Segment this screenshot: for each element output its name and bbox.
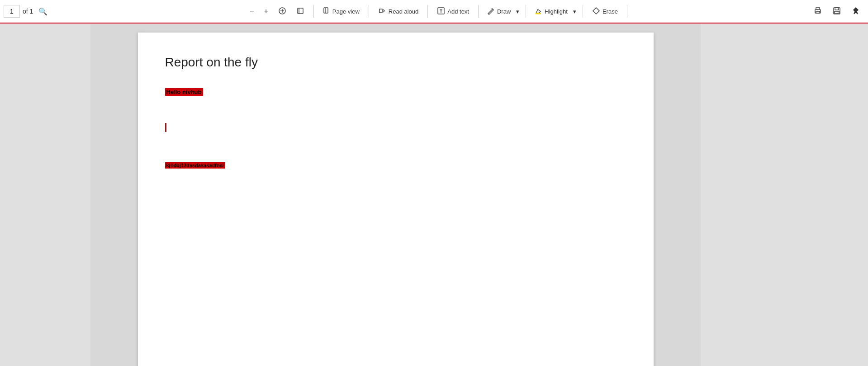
draw-label: Draw — [497, 8, 511, 15]
page-view-button[interactable]: Page view — [318, 3, 364, 19]
highlight-label: Highlight — [545, 8, 568, 15]
toolbar-center: − + — [67, 3, 809, 19]
add-text-label: Add text — [447, 8, 469, 15]
highlight-chevron-icon: ▾ — [573, 8, 576, 15]
separator-2 — [369, 5, 369, 18]
erase-button[interactable]: Erase — [588, 3, 622, 19]
read-aloud-icon — [378, 7, 386, 16]
highlight-text-2: kjndbj12dasdakasadfnsi — [165, 162, 225, 169]
separator-1 — [313, 5, 314, 18]
erase-label: Erase — [602, 8, 618, 15]
highlight-icon — [534, 7, 542, 16]
svg-rect-3 — [298, 8, 303, 14]
page-view-icon — [323, 7, 330, 16]
add-text-icon — [437, 7, 445, 16]
zoom-out-button[interactable]: − — [245, 3, 258, 19]
draw-button[interactable]: Draw — [483, 3, 514, 19]
fit-icon — [278, 7, 286, 16]
main-content: Report on the fly Hello nivhub kjndbj12d… — [0, 23, 868, 366]
svg-rect-5 — [324, 8, 328, 13]
pin-icon — [852, 7, 860, 16]
pin-button[interactable] — [847, 3, 864, 19]
search-icon: 🔍 — [38, 7, 47, 16]
sidebar-left — [0, 23, 90, 366]
page-of-label: of 1 — [23, 8, 33, 15]
separator-5 — [526, 5, 526, 18]
separator-7 — [627, 5, 627, 18]
highlight-tool-group: Highlight ▾ — [531, 3, 578, 19]
highlight-dropdown-button[interactable]: ▾ — [571, 3, 578, 19]
pdf-page: Report on the fly Hello nivhub kjndbj12d… — [138, 33, 654, 366]
draw-chevron-icon: ▾ — [516, 8, 519, 15]
svg-marker-13 — [593, 8, 599, 14]
print-button[interactable] — [809, 3, 826, 19]
page-number-input[interactable] — [4, 5, 20, 18]
page-view-label: Page view — [332, 8, 360, 15]
fit-page-button[interactable] — [292, 3, 309, 19]
sidebar-right — [701, 23, 868, 366]
highlight-button[interactable]: Highlight — [531, 3, 571, 19]
document-title: Report on the fly — [165, 55, 626, 70]
highlight-region-2: kjndbj12dasdakasadfnsi — [165, 161, 626, 169]
print-icon — [814, 7, 822, 16]
highlight-text-1: Hello nivhub — [165, 88, 203, 96]
page-area: Report on the fly Hello nivhub kjndbj12d… — [90, 23, 701, 366]
read-aloud-button[interactable]: Read aloud — [374, 3, 423, 19]
search-button[interactable]: 🔍 — [36, 5, 50, 18]
separator-6 — [583, 5, 583, 18]
toolbar-left: of 1 🔍 — [4, 5, 67, 18]
draw-icon — [487, 7, 495, 16]
draw-dropdown-button[interactable]: ▾ — [514, 3, 521, 19]
zoom-in-icon: + — [264, 7, 268, 15]
svg-marker-7 — [379, 9, 382, 13]
fit-page-icon — [296, 7, 304, 16]
draw-tool-group: Draw ▾ — [483, 3, 521, 19]
zoom-in-button[interactable]: + — [259, 3, 272, 19]
separator-4 — [478, 5, 479, 18]
svg-rect-17 — [835, 8, 839, 10]
erase-icon — [592, 7, 600, 16]
toolbar: of 1 🔍 − + — [0, 0, 868, 23]
zoom-out-icon: − — [250, 7, 254, 15]
cursor-region — [165, 123, 626, 147]
fit-view-button[interactable] — [274, 3, 291, 19]
svg-rect-18 — [835, 11, 839, 14]
save-icon — [833, 7, 841, 16]
highlight-region-1: Hello nivhub — [165, 88, 626, 109]
read-aloud-label: Read aloud — [389, 8, 419, 15]
save-button[interactable] — [828, 3, 845, 19]
add-text-button[interactable]: Add text — [432, 3, 474, 19]
svg-rect-15 — [816, 11, 820, 13]
separator-3 — [427, 5, 428, 18]
text-cursor — [165, 123, 166, 132]
toolbar-right — [809, 3, 864, 19]
